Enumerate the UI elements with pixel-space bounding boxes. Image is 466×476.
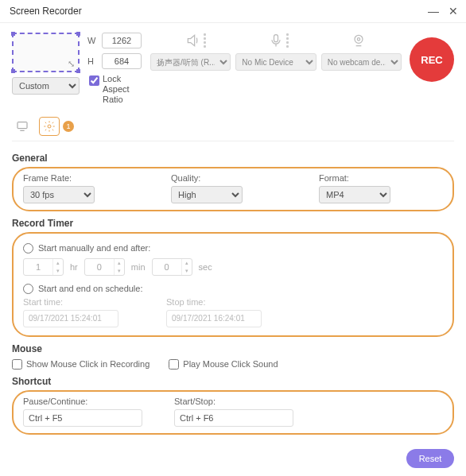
start-time-label: Start time:	[23, 297, 118, 307]
close-icon[interactable]: ✕	[449, 5, 458, 17]
tab-settings-icon[interactable]	[39, 117, 60, 136]
quality-select[interactable]: High	[171, 186, 243, 203]
window-title: Screen Recorder	[10, 6, 82, 17]
frame-rate-select[interactable]: 30 fps	[23, 186, 95, 203]
svg-point-4	[48, 125, 51, 128]
speaker-icon	[185, 33, 206, 48]
webcam-select[interactable]: No webcam de...	[321, 53, 402, 71]
svg-point-2	[357, 38, 359, 41]
timer-schedule-radio[interactable]	[23, 284, 33, 294]
min-down[interactable]: ▾	[115, 267, 124, 275]
mic-select[interactable]: No Mic Device	[235, 53, 316, 71]
play-sound-checkbox[interactable]	[169, 359, 179, 370]
general-title: General	[12, 153, 454, 164]
lock-aspect-checkbox[interactable]	[89, 75, 99, 86]
reset-button[interactable]: Reset	[406, 449, 454, 468]
timer-manual-radio[interactable]	[23, 243, 33, 253]
height-input[interactable]	[102, 53, 142, 69]
hr-down[interactable]: ▾	[53, 267, 63, 275]
height-label: H	[87, 56, 97, 66]
record-button[interactable]: REC	[410, 37, 454, 82]
lock-aspect-label: Lock Aspect Ratio	[103, 74, 142, 106]
frame-rate-label: Frame Rate:	[23, 173, 147, 183]
quality-label: Quality:	[171, 173, 295, 183]
min-input[interactable]	[85, 262, 114, 272]
hr-unit: hr	[70, 262, 78, 272]
sec-unit: sec	[199, 262, 212, 272]
region-preview[interactable]: ⤡	[12, 33, 80, 72]
show-click-checkbox[interactable]	[12, 359, 22, 370]
pause-label: Pause/Continue:	[23, 397, 142, 406]
svg-rect-3	[17, 122, 27, 128]
shortcut-highlight: Pause/Continue: Start/Stop:	[12, 390, 454, 435]
mic-icon	[268, 33, 289, 48]
mouse-title: Mouse	[12, 343, 454, 354]
minimize-icon[interactable]: —	[428, 5, 439, 17]
pause-input[interactable]	[23, 409, 142, 427]
timer-manual-label: Start manually and end after:	[38, 243, 150, 253]
format-select[interactable]: MP4	[319, 186, 390, 203]
hr-up[interactable]: ▴	[53, 259, 63, 267]
start-time-input[interactable]	[23, 310, 118, 327]
stop-time-label: Stop time:	[166, 297, 262, 307]
settings-badge: 1	[63, 121, 74, 132]
audio-out-select[interactable]: 扬声器/听筒 (R...	[150, 53, 231, 71]
width-label: W	[87, 36, 97, 45]
min-unit: min	[131, 262, 146, 272]
tab-display-icon[interactable]	[12, 117, 33, 136]
sec-input[interactable]	[153, 262, 181, 272]
timer-highlight: Start manually and end after: ▴▾ hr ▴▾ m…	[12, 232, 454, 337]
sec-up[interactable]: ▴	[182, 259, 192, 267]
webcam-icon	[351, 33, 367, 48]
min-up[interactable]: ▴	[115, 259, 124, 267]
format-label: Format:	[319, 173, 443, 183]
svg-point-1	[355, 35, 363, 43]
record-timer-title: Record Timer	[12, 218, 454, 229]
region-preset-select[interactable]: Custom	[12, 77, 80, 95]
general-highlight: Frame Rate: 30 fps Quality: High Format:…	[12, 167, 454, 211]
startstop-label: Start/Stop:	[174, 397, 293, 406]
hr-input[interactable]	[24, 262, 52, 272]
move-icon: ⤡	[68, 59, 75, 69]
show-click-label: Show Mouse Click in Recording	[26, 359, 150, 369]
startstop-input[interactable]	[174, 409, 293, 427]
shortcut-title: Shortcut	[12, 376, 454, 387]
sec-down[interactable]: ▾	[182, 267, 192, 275]
stop-time-input[interactable]	[166, 310, 262, 327]
timer-schedule-label: Start and end on schedule:	[38, 284, 142, 293]
play-sound-label: Play Mouse Click Sound	[183, 359, 278, 369]
width-input[interactable]	[102, 33, 142, 48]
svg-rect-0	[274, 35, 278, 42]
